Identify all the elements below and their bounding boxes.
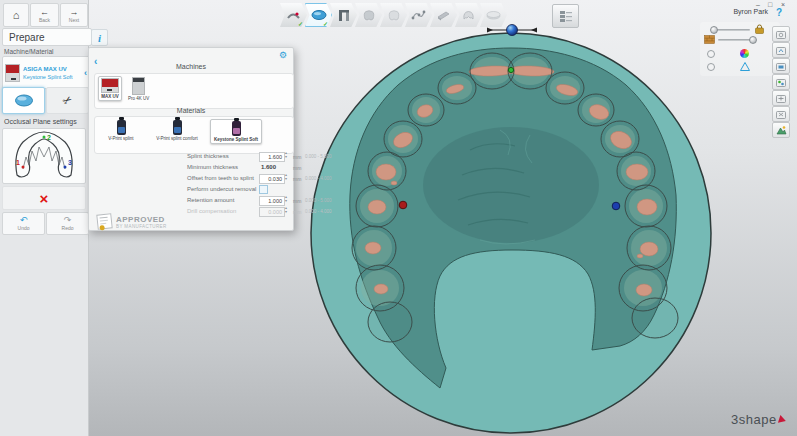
- step-bar-icon[interactable]: [430, 3, 457, 27]
- undo-button[interactable]: ↶ Undo: [2, 212, 45, 235]
- prism-icon[interactable]: [740, 62, 750, 71]
- plane-point-2-label: 2: [47, 134, 51, 141]
- help-icon[interactable]: ?: [776, 7, 782, 18]
- setting-splint-thickness: Splint thickness 1.600 ▴▾ mm 0.000 - 5.0…: [187, 152, 287, 162]
- machine-tile-max-uv[interactable]: MAX UV: [98, 76, 122, 101]
- view-snapshot-icon-2[interactable]: [772, 42, 790, 58]
- view-snapshot-icon-1[interactable]: [772, 26, 790, 42]
- retention-input[interactable]: 1.000: [259, 196, 285, 206]
- tool-row: ✂: [2, 87, 89, 114]
- group-view-icon[interactable]: [552, 4, 579, 28]
- color-texture-radio[interactable]: [707, 50, 715, 58]
- material-tile-vprint-splint[interactable]: V-Print splint: [98, 119, 144, 142]
- check-icon: ✓: [298, 21, 303, 27]
- logo-triangle-icon: [778, 415, 787, 425]
- printer-max-uv-icon: [101, 78, 119, 93]
- machine-section-label: Machine/Material: [4, 48, 54, 55]
- chevron-left-icon[interactable]: ‹: [84, 68, 87, 78]
- printer-pro-4k-icon: [132, 77, 145, 95]
- splint-outline-tool-button[interactable]: [2, 87, 45, 114]
- arrow-right-icon: →: [70, 8, 79, 17]
- monochrome-radio[interactable]: [707, 63, 715, 71]
- setting-drill-compensation: Drill compensation 0.000 ▴▾ mm 0.000 - 4…: [187, 207, 287, 217]
- approved-stamp: APPROVED BY MANUFACTURER: [97, 214, 167, 229]
- step-shell-icon[interactable]: [380, 3, 407, 27]
- materials-row: V-Print splint V-Print splint comfort Ke…: [94, 116, 294, 154]
- offset-input[interactable]: 0.030: [259, 174, 285, 184]
- machines-row: MAX UV Pro 4K UV: [94, 73, 294, 109]
- step-articulator-icon[interactable]: [330, 3, 357, 27]
- material-name: Keystone Splint Soft: [23, 74, 84, 80]
- view-snapshot-icon-4[interactable]: [772, 74, 790, 90]
- materials-title: Materials: [89, 107, 293, 114]
- step-scan-icon[interactable]: ✓: [280, 3, 307, 27]
- bottle-icon: [173, 120, 182, 135]
- trim-tool-button[interactable]: ✂: [46, 87, 89, 114]
- setting-minimum-thickness: Minimum thickness 1.600 mm: [187, 163, 287, 173]
- undo-redo-row: ↶ Undo ↷ Redo: [2, 212, 89, 235]
- spinner-icon[interactable]: ▴▾: [285, 173, 287, 181]
- view-snapshot-icon-5[interactable]: [772, 90, 790, 106]
- printer-icon: [5, 64, 20, 82]
- redo-button[interactable]: ↷ Redo: [46, 212, 89, 235]
- sidebar: ⌂ ← Back → Next Prepare Machine/Material…: [0, 0, 89, 436]
- undo-icon: ↶: [20, 216, 28, 225]
- bottle-icon: [232, 121, 241, 136]
- delete-plane-button[interactable]: ×: [2, 186, 86, 210]
- view-snapshot-icon-6[interactable]: [772, 106, 790, 122]
- minimize-button[interactable]: –: [756, 1, 760, 8]
- spinner-icon[interactable]: ▴▾: [285, 151, 287, 159]
- machine-material-panel: ‹ ⚙ Machines MAX UV Pro 4K UV Materials …: [88, 47, 294, 231]
- bottle-icon: [117, 120, 126, 135]
- redo-icon: ↷: [64, 216, 72, 225]
- plane-point-3-handle[interactable]: [612, 202, 620, 210]
- step-undercuts-icon[interactable]: [355, 3, 382, 27]
- undercut-removal-checkbox[interactable]: [259, 185, 268, 194]
- next-button[interactable]: → Next: [60, 3, 88, 27]
- plane-point-2-handle[interactable]: [508, 67, 513, 72]
- home-button[interactable]: ⌂: [3, 3, 29, 27]
- step-splint-outline-icon[interactable]: ✓: [305, 3, 332, 27]
- occlusal-section-label: Occlusal Plane settings: [4, 118, 77, 125]
- machines-title: Machines: [89, 63, 293, 70]
- page-title: Prepare: [2, 28, 92, 46]
- plane-point-1-handle[interactable]: [399, 201, 407, 209]
- setting-retention: Retention amount 1.000 ▴▾ mm 0.000 - 5.0…: [187, 196, 287, 206]
- approved-title: APPROVED: [116, 215, 167, 224]
- step-finalize-icon[interactable]: [480, 3, 507, 27]
- maximize-button[interactable]: □: [768, 1, 772, 8]
- setting-offset: Offset from teeth to splint 0.030 ▴▾ mm …: [187, 174, 287, 184]
- user-name: Byron Park: [716, 8, 768, 15]
- machine-material-card[interactable]: ASIGA MAX UV Keystone Splint Soft ‹: [2, 56, 90, 89]
- step-sculpt-icon[interactable]: [405, 3, 432, 27]
- material-tile-vprint-comfort[interactable]: V-Print splint comfort: [152, 119, 202, 142]
- home-icon: ⌂: [13, 11, 20, 20]
- machine-name: ASIGA MAX UV: [23, 66, 84, 72]
- step-splint-icon[interactable]: [455, 3, 482, 27]
- arrow-left-icon: ←: [40, 8, 49, 17]
- back-button[interactable]: ← Back: [30, 3, 59, 27]
- brand-logo: 3shape: [731, 412, 786, 427]
- minimum-thickness-value: 1.600: [261, 164, 276, 170]
- spinner-icon[interactable]: ▴▾: [285, 195, 287, 203]
- occlusal-plane-diagram: 1 2 3: [2, 128, 86, 184]
- application-window: – □ × Byron Park ? ✓ ✓: [0, 0, 797, 436]
- plane-point-3-label: 3: [68, 159, 72, 166]
- view-snapshot-icon-3[interactable]: [772, 58, 790, 74]
- view-options-panel: [700, 22, 780, 76]
- certificate-icon: [96, 213, 112, 229]
- color-wheel-icon[interactable]: [740, 49, 749, 58]
- workflow-toolbar: ✓ ✓: [280, 0, 590, 30]
- info-button[interactable]: i: [91, 29, 108, 46]
- info-icon: i: [98, 32, 101, 44]
- lock-icon: [754, 24, 765, 34]
- delete-icon: ×: [40, 190, 49, 207]
- plane-point-1-label: 1: [16, 159, 20, 166]
- panel-settings-gear-icon[interactable]: ⚙: [279, 50, 287, 60]
- splint-thickness-input[interactable]: 1.600: [259, 152, 285, 162]
- clip-slider-handle[interactable]: [749, 36, 757, 44]
- machine-tile-pro-4k[interactable]: Pro 4K UV: [126, 76, 151, 102]
- transparency-slider-handle[interactable]: [710, 26, 718, 34]
- export-model-icon[interactable]: [772, 122, 790, 138]
- material-tile-keystone[interactable]: Keystone Splint Soft: [210, 119, 262, 144]
